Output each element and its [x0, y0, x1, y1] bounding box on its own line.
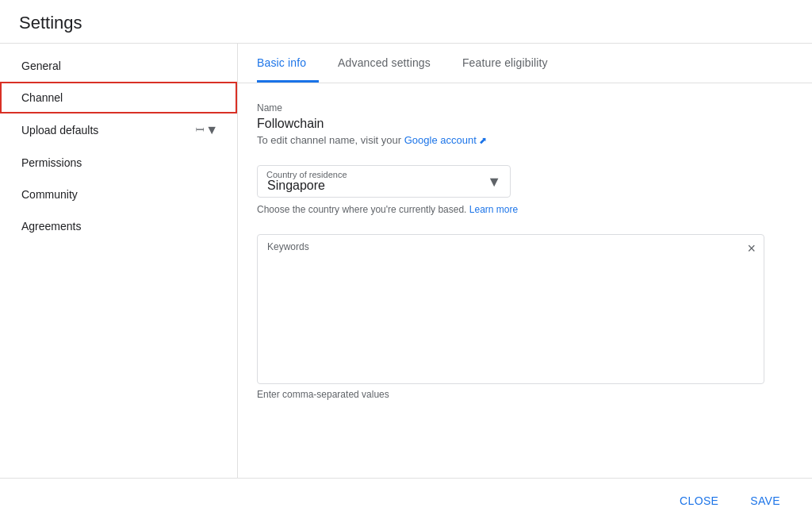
page-title: Settings — [19, 13, 793, 33]
sidebar-item-community[interactable]: Community — [0, 179, 237, 210]
tab-feature-eligibility-label: Feature eligibility — [462, 56, 548, 69]
main-content: Basic info Advanced settings Feature eli… — [238, 44, 812, 521]
edit-hint: To edit channel name, visit your Google … — [257, 134, 793, 146]
country-hint-text: Choose the country where you're currentl… — [257, 204, 466, 215]
sidebar-item-label-permissions: Permissions — [21, 156, 82, 169]
upload-icon-group: 𝄩 ▼ — [196, 123, 218, 137]
country-hint: Choose the country where you're currentl… — [257, 204, 793, 215]
edit-hint-text: To edit channel name, visit your — [257, 134, 401, 146]
sidebar-item-label-general: General — [21, 60, 61, 72]
learn-more-link[interactable]: Learn more — [469, 204, 518, 215]
sidebar-item-label-channel: Channel — [21, 91, 63, 104]
name-field-group: Name Followchain To edit channel name, v… — [257, 102, 793, 146]
sidebar-item-label-community: Community — [21, 188, 78, 201]
tab-advanced-settings[interactable]: Advanced settings — [338, 44, 443, 83]
content-area: Name Followchain To edit channel name, v… — [238, 83, 812, 438]
country-field-group: Country of residence Singapore United St… — [257, 165, 793, 215]
tab-basic-info[interactable]: Basic info — [257, 44, 319, 83]
upload-chevron-icon: ▼ — [205, 123, 218, 137]
sidebar-item-agreements[interactable]: Agreements — [0, 210, 237, 242]
google-account-link[interactable]: Google account ⬈ — [404, 134, 487, 146]
learn-more-link-label: Learn more — [469, 204, 518, 215]
sidebar-item-channel[interactable]: Channel — [0, 82, 237, 113]
keywords-wrapper: Keywords × — [257, 234, 764, 384]
external-link-icon: ⬈ — [479, 135, 487, 146]
sidebar-item-general[interactable]: General — [0, 50, 237, 82]
layout: General Channel Upload defaults 𝄩 ▼ Perm… — [0, 44, 812, 521]
sidebar-item-label-agreements: Agreements — [21, 220, 81, 233]
keywords-label: Keywords — [267, 241, 732, 252]
keywords-input[interactable] — [267, 256, 732, 375]
channel-name-value: Followchain — [257, 117, 793, 131]
keywords-field-group: Keywords × Enter comma-separated values — [257, 234, 793, 400]
name-label: Name — [257, 102, 793, 113]
google-account-link-label: Google account — [404, 134, 477, 146]
tab-advanced-settings-label: Advanced settings — [338, 56, 431, 69]
country-select-wrapper: Country of residence Singapore United St… — [257, 165, 511, 198]
upload-filter-icon: 𝄩 — [196, 124, 204, 137]
save-button[interactable]: SAVE — [737, 488, 793, 513]
page-header: Settings — [0, 0, 812, 44]
tabs-bar: Basic info Advanced settings Feature eli… — [238, 44, 812, 83]
keywords-hint: Enter comma-separated values — [257, 389, 793, 400]
sidebar: General Channel Upload defaults 𝄩 ▼ Perm… — [0, 44, 238, 521]
close-button[interactable]: CLOSE — [667, 488, 731, 513]
tab-basic-info-label: Basic info — [257, 56, 306, 69]
footer: CLOSE SAVE — [0, 478, 812, 523]
sidebar-item-upload-defaults[interactable]: Upload defaults 𝄩 ▼ — [0, 113, 237, 147]
country-select[interactable]: Singapore United States United Kingdom A… — [257, 165, 511, 198]
sidebar-item-permissions[interactable]: Permissions — [0, 147, 237, 179]
keywords-clear-button[interactable]: × — [747, 241, 756, 256]
sidebar-item-label-upload: Upload defaults — [21, 124, 98, 137]
tab-feature-eligibility[interactable]: Feature eligibility — [462, 44, 561, 83]
